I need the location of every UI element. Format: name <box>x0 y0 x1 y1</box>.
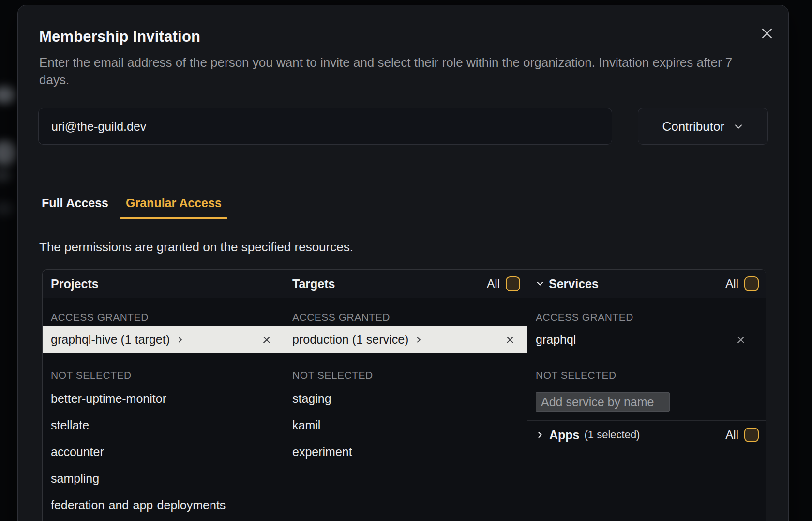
services-column: Services All ACCESS GRANTED graphql NOT … <box>527 270 766 521</box>
role-select[interactable]: Contributor <box>638 108 768 145</box>
granted-project-label: graphql-hive (1 target) <box>51 333 170 347</box>
email-field[interactable] <box>38 108 612 145</box>
project-item[interactable]: better-uptime-monitor <box>43 385 284 412</box>
targets-header-label: Targets <box>292 277 335 291</box>
permissions-hint: The permissions are granted on the speci… <box>39 240 773 255</box>
remove-project-button[interactable] <box>261 335 272 345</box>
dialog-description: Enter the email address of the person yo… <box>39 54 765 89</box>
target-item[interactable]: staging <box>284 385 527 412</box>
projects-column-header: Projects <box>43 270 284 298</box>
tab-granular-access[interactable]: Granular Access <box>120 196 227 218</box>
resource-picker: Projects ACCESS GRANTED graphql-hive (1 … <box>42 269 766 521</box>
chevron-right-icon <box>177 337 183 343</box>
project-item[interactable]: stellate <box>43 412 284 439</box>
services-all-checkbox[interactable] <box>744 276 759 291</box>
targets-column: Targets All ACCESS GRANTED production (1… <box>284 270 527 521</box>
project-item[interactable]: accounter <box>43 439 284 465</box>
dialog-header: Membership Invitation Enter the email ad… <box>18 5 788 89</box>
granted-service-row[interactable]: graphql <box>527 326 766 353</box>
targets-all-label: All <box>487 277 500 291</box>
apps-label: Apps <box>549 428 580 442</box>
services-header-label: Services <box>549 277 599 291</box>
access-granted-label: ACCESS GRANTED <box>292 311 527 323</box>
access-granted-label: ACCESS GRANTED <box>51 311 284 323</box>
background-page-artifact <box>0 169 12 182</box>
target-item[interactable]: experiment <box>284 439 527 465</box>
chevron-right-icon <box>536 430 544 439</box>
not-selected-label: NOT SELECTED <box>292 369 527 382</box>
access-granted-label: ACCESS GRANTED <box>536 311 766 323</box>
target-item[interactable]: kamil <box>284 412 527 439</box>
close-icon <box>261 335 272 345</box>
close-icon <box>736 335 746 345</box>
access-tabs: Full Access Granular Access <box>33 196 773 218</box>
project-item[interactable]: sampling <box>43 465 284 492</box>
chevron-down-icon <box>536 279 544 288</box>
project-item[interactable]: federation-and-app-deployments <box>43 492 284 519</box>
services-column-header[interactable]: Services All <box>527 270 766 298</box>
chevron-right-icon <box>415 337 422 343</box>
targets-column-header: Targets All <box>284 270 527 298</box>
not-selected-label: NOT SELECTED <box>51 369 284 382</box>
apps-all-label: All <box>725 428 738 442</box>
invite-form-row: Contributor <box>38 108 768 145</box>
apps-all-checkbox[interactable] <box>744 428 759 442</box>
add-service-input[interactable] <box>536 392 670 412</box>
background-page-artifact <box>0 201 14 216</box>
chevron-down-icon <box>733 121 744 132</box>
remove-service-button[interactable] <box>736 335 746 345</box>
granted-service-label: graphql <box>536 333 576 347</box>
role-select-value: Contributor <box>662 119 724 134</box>
granted-target-label: production (1 service) <box>292 333 408 347</box>
remove-target-button[interactable] <box>505 335 515 345</box>
granted-project-row[interactable]: graphql-hive (1 target) <box>43 326 284 353</box>
apps-section-row[interactable]: Apps (1 selected) All <box>527 420 766 449</box>
targets-all-checkbox[interactable] <box>506 276 520 291</box>
membership-invitation-dialog: Membership Invitation Enter the email ad… <box>17 5 789 521</box>
close-icon <box>760 27 774 40</box>
background-page-artifact <box>0 140 16 166</box>
dialog-title: Membership Invitation <box>39 28 765 46</box>
projects-header-label: Projects <box>51 277 99 291</box>
granted-target-row[interactable]: production (1 service) <box>284 326 527 353</box>
tab-full-access[interactable]: Full Access <box>42 196 108 218</box>
apps-selected-count: (1 selected) <box>585 429 640 441</box>
background-page-artifact <box>0 86 15 104</box>
projects-column: Projects ACCESS GRANTED graphql-hive (1 … <box>43 270 284 521</box>
not-selected-label: NOT SELECTED <box>536 369 766 382</box>
services-all-label: All <box>725 277 738 291</box>
close-icon <box>505 335 515 345</box>
close-button[interactable] <box>759 26 775 41</box>
